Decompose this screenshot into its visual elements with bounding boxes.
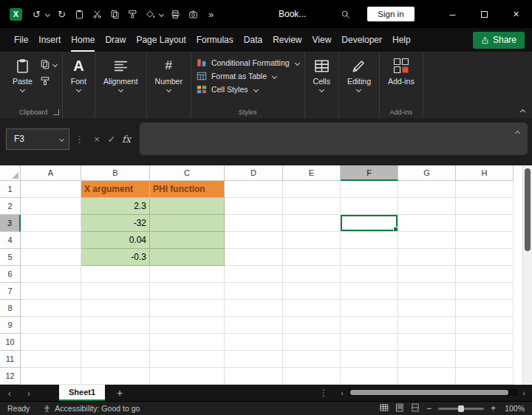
row-header-4[interactable]: 4 bbox=[0, 232, 21, 249]
horizontal-scrollbar-thumb[interactable] bbox=[350, 390, 508, 395]
cell-A8[interactable] bbox=[21, 300, 81, 317]
cell-B5[interactable]: -0.3 bbox=[81, 249, 150, 266]
cell-D7[interactable] bbox=[225, 283, 283, 300]
cell-F10[interactable] bbox=[341, 334, 398, 351]
cell-F4[interactable] bbox=[341, 232, 398, 249]
cell-H1[interactable] bbox=[456, 181, 514, 198]
cell-B1[interactable]: X argument bbox=[81, 181, 150, 198]
format-as-table-button[interactable]: Format as Table bbox=[197, 71, 299, 81]
cell-E2[interactable] bbox=[283, 198, 341, 215]
cell-F12[interactable] bbox=[341, 368, 398, 385]
column-header-D[interactable]: D bbox=[225, 165, 283, 181]
cell-G2[interactable] bbox=[398, 198, 456, 215]
cell-G6[interactable] bbox=[398, 266, 456, 283]
print-icon[interactable] bbox=[170, 9, 181, 20]
cell-B2[interactable]: 2.3 bbox=[81, 198, 150, 215]
more-commands-icon[interactable]: » bbox=[205, 9, 216, 20]
copy-dropdown-icon[interactable] bbox=[52, 61, 58, 66]
row-header-6[interactable]: 6 bbox=[0, 266, 21, 283]
cell-G4[interactable] bbox=[398, 232, 456, 249]
cell-F8[interactable] bbox=[341, 300, 398, 317]
cell-A12[interactable] bbox=[21, 368, 81, 385]
editing-button[interactable]: Editing bbox=[344, 57, 374, 92]
cell-B11[interactable] bbox=[81, 351, 150, 368]
cell-C3[interactable] bbox=[150, 215, 225, 232]
name-box-dropdown-icon[interactable] bbox=[59, 136, 64, 141]
cell-F3[interactable] bbox=[341, 215, 398, 232]
cell-A10[interactable] bbox=[21, 334, 81, 351]
cell-F5[interactable] bbox=[341, 249, 398, 266]
copy-button[interactable] bbox=[40, 59, 57, 69]
minimize-button[interactable]: – bbox=[437, 0, 468, 28]
cell-H9[interactable] bbox=[456, 317, 514, 334]
row-header-10[interactable]: 10 bbox=[0, 334, 21, 351]
ribbon-tab-draw[interactable]: Draw bbox=[100, 28, 131, 52]
accessibility-status[interactable]: Accessibility: Good to go bbox=[43, 404, 140, 413]
fill-color-icon[interactable] bbox=[145, 9, 156, 20]
ribbon-tab-file[interactable]: File bbox=[9, 28, 33, 52]
alignment-button[interactable]: Alignment bbox=[100, 57, 141, 92]
addins-button[interactable]: Add-ins bbox=[385, 57, 417, 86]
cell-H2[interactable] bbox=[456, 198, 514, 215]
sheet-tab-sheet1[interactable]: Sheet1 bbox=[59, 385, 105, 401]
cancel-entry-button[interactable]: × bbox=[89, 130, 104, 148]
cell-D5[interactable] bbox=[225, 249, 283, 266]
row-header-9[interactable]: 9 bbox=[0, 317, 21, 334]
cell-G7[interactable] bbox=[398, 283, 456, 300]
share-button[interactable]: Share bbox=[473, 32, 525, 49]
paste-qat-icon[interactable] bbox=[74, 9, 85, 20]
cell-B8[interactable] bbox=[81, 300, 150, 317]
cell-G12[interactable] bbox=[398, 368, 456, 385]
ribbon-tab-review[interactable]: Review bbox=[267, 28, 307, 52]
column-header-E[interactable]: E bbox=[283, 165, 341, 181]
cell-C12[interactable] bbox=[150, 368, 225, 385]
cell-F1[interactable] bbox=[341, 181, 398, 198]
cell-A5[interactable] bbox=[21, 249, 81, 266]
zoom-out-button[interactable]: − bbox=[426, 403, 432, 414]
cell-H8[interactable] bbox=[456, 300, 514, 317]
cell-C11[interactable] bbox=[150, 351, 225, 368]
cut-icon[interactable] bbox=[92, 9, 103, 20]
cell-H5[interactable] bbox=[456, 249, 514, 266]
cell-E1[interactable] bbox=[283, 181, 341, 198]
cell-H10[interactable] bbox=[456, 334, 514, 351]
zoom-slider-thumb[interactable] bbox=[458, 405, 464, 412]
cell-C2[interactable] bbox=[150, 198, 225, 215]
cell-A1[interactable] bbox=[21, 181, 81, 198]
search-icon[interactable] bbox=[340, 9, 351, 20]
format-as-table-dropdown-icon[interactable] bbox=[272, 73, 277, 78]
fill-color-dropdown-icon[interactable] bbox=[159, 11, 164, 16]
cell-H12[interactable] bbox=[456, 368, 514, 385]
name-box[interactable]: F3 bbox=[6, 128, 69, 150]
paste-dropdown-icon[interactable] bbox=[20, 87, 25, 92]
cell-D10[interactable] bbox=[225, 334, 283, 351]
cell-H7[interactable] bbox=[456, 283, 514, 300]
sheet-options-menu-icon[interactable]: ⋮ bbox=[319, 388, 328, 398]
cell-D9[interactable] bbox=[225, 317, 283, 334]
column-header-C[interactable]: C bbox=[150, 165, 225, 181]
number-dropdown-icon[interactable] bbox=[166, 87, 171, 92]
zoom-in-button[interactable]: + bbox=[491, 403, 496, 414]
column-header-B[interactable]: B bbox=[81, 165, 150, 181]
formula-input[interactable] bbox=[140, 123, 528, 155]
number-button[interactable]: # Number bbox=[152, 57, 185, 92]
cell-C4[interactable] bbox=[150, 232, 225, 249]
vertical-scrollbar[interactable] bbox=[522, 165, 532, 385]
font-dropdown-icon[interactable] bbox=[76, 87, 81, 92]
cell-C5[interactable] bbox=[150, 249, 225, 266]
cell-G3[interactable] bbox=[398, 215, 456, 232]
cell-G5[interactable] bbox=[398, 249, 456, 266]
expand-formula-bar-icon[interactable] bbox=[515, 131, 520, 136]
cell-E6[interactable] bbox=[283, 266, 341, 283]
scroll-left-icon[interactable]: ‹ bbox=[338, 388, 346, 397]
copy-qat-icon[interactable] bbox=[109, 9, 120, 20]
cell-E5[interactable] bbox=[283, 249, 341, 266]
zoom-slider[interactable] bbox=[438, 408, 484, 410]
cell-E8[interactable] bbox=[283, 300, 341, 317]
page-layout-view-button[interactable] bbox=[395, 403, 404, 414]
cell-B4[interactable]: 0.04 bbox=[81, 232, 150, 249]
cell-A11[interactable] bbox=[21, 351, 81, 368]
cell-F7[interactable] bbox=[341, 283, 398, 300]
ribbon-tab-view[interactable]: View bbox=[307, 28, 337, 52]
new-sheet-button[interactable]: + bbox=[117, 387, 123, 399]
